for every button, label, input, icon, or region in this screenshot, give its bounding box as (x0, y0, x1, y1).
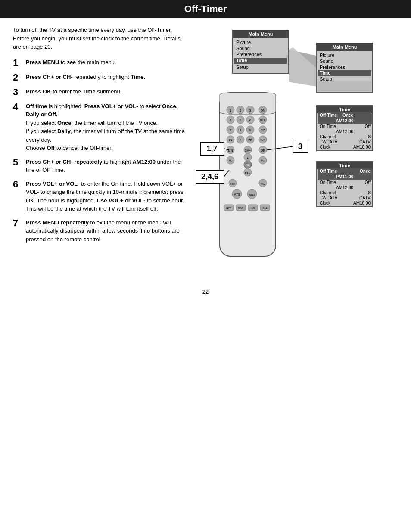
step-6-text: Press VOL+ or VOL- to enter the On time.… (26, 180, 185, 213)
t2-clock-label: Clock (320, 201, 331, 205)
t1-channel-val: 8 (368, 134, 371, 139)
btn-caps[interactable]: CAP (238, 207, 243, 209)
step-4-text: Off time is highlighted. Press VOL+ or V… (26, 102, 185, 152)
t1-channel-label: Channel (320, 134, 336, 139)
btn-onoff[interactable]: ON (261, 109, 265, 112)
step-2: 2 Press CH+ or CH- repeatedly to highlig… (13, 73, 185, 82)
step-label-1-7: 1,7 (206, 144, 217, 153)
t2-channel-val: 8 (368, 190, 371, 195)
step-4: 4 Off time is highlighted. Press VOL+ or… (13, 102, 185, 152)
btn-mts[interactable]: MTS (234, 193, 240, 196)
step-1: 1 Press MENU to see the main menu. (13, 58, 185, 68)
time-menu-2-title: Time (339, 163, 350, 168)
step-7-number: 7 (13, 218, 22, 228)
step-3: 3 Press OK to enter the Time submenu. (13, 87, 185, 97)
diagram-svg: Main Menu Picture Sound Preferences Time… (194, 26, 375, 276)
mm1-sound: Sound (236, 46, 250, 51)
title-bar: Off-Timer (0, 0, 411, 18)
t2-ontime-label: On Time (320, 180, 336, 185)
btn-input[interactable]: IN (229, 139, 232, 142)
step-7-text: Press MENU repeatedly to exit the menu o… (26, 218, 185, 244)
page-title: Off-Timer (184, 3, 227, 14)
btn-2[interactable]: 2 (240, 109, 242, 112)
main-menu-1-title: Main Menu (249, 31, 273, 37)
t2-channel-label: Channel (320, 190, 336, 195)
left-column: To turn off the TV at a specific time ev… (13, 26, 185, 276)
btn-up[interactable]: ▲ (246, 156, 249, 159)
btn-0[interactable]: 0 (240, 138, 242, 142)
mm1-preferences: Preferences (236, 52, 262, 57)
t1-clock-label: Clock (320, 145, 331, 149)
t1-tvcatv-label: TV/CATV (320, 140, 338, 144)
btn-volup-right[interactable]: V+ (261, 159, 265, 162)
btn-9[interactable]: 9 (249, 128, 252, 132)
main-menu-2-title: Main Menu (333, 44, 357, 50)
t2-offtime-label: Off Time (320, 169, 337, 174)
btn-7[interactable]: 7 (230, 128, 232, 132)
btn-voldown-left[interactable]: V- (229, 159, 232, 162)
btn-4[interactable]: 4 (230, 118, 232, 122)
mm1-time: Time (236, 58, 247, 63)
btn-preset[interactable]: PR (248, 139, 252, 142)
step-5: 5 Press CH+ or CH- repeatedly to highlig… (13, 158, 185, 174)
mm2-time: Time (320, 70, 330, 75)
btn-fav[interactable]: FAV (261, 183, 265, 185)
btn-insert[interactable]: INS (251, 207, 255, 209)
btn-ok[interactable]: OK (261, 149, 265, 152)
btn-chup[interactable]: CH+ (245, 149, 251, 152)
step-5-number: 5 (13, 158, 22, 167)
t1-offtime-time: AM12:00 (336, 118, 354, 123)
step-label-3: 3 (298, 142, 302, 151)
step-6: 6 Press VOL+ or VOL- to enter the On tim… (13, 180, 185, 213)
time-menu-1-title: Time (339, 107, 350, 112)
step-2-number: 2 (13, 73, 22, 82)
btn-sleep[interactable]: SLP (260, 119, 266, 122)
intro-text: To turn off the TV at a specific time ev… (13, 26, 185, 51)
t2-offtime-val: Once (360, 169, 371, 174)
t1-ontime-val: Off (365, 124, 371, 129)
t2-clock-val: AM10:00 (353, 201, 371, 205)
t1-offtime-val: Once (342, 113, 353, 118)
mm2-picture: Picture (320, 53, 334, 58)
step-3-number: 3 (13, 87, 22, 97)
mm2-preferences: Preferences (320, 65, 346, 70)
btn-cc[interactable]: CC (261, 129, 265, 132)
btn-5[interactable]: 5 (240, 118, 242, 122)
mm1-setup: Setup (236, 65, 249, 70)
svg-rect-8 (318, 81, 371, 91)
t1-tvcatv-val: CATV (359, 140, 371, 144)
btn-calendar[interactable]: CAL (262, 207, 268, 209)
mm2-sound: Sound (320, 59, 333, 64)
t2-tvcatv-val: CATV (359, 196, 371, 200)
btn-notepad[interactable]: NTP (226, 207, 231, 209)
step-3-text: Press OK to enter the Time submenu. (26, 87, 121, 96)
step-6-number: 6 (13, 180, 22, 189)
step-5-text: Press CH+ or CH- repeatedly to highlight… (26, 158, 185, 174)
btn-sound[interactable]: SND (249, 193, 255, 196)
step-2-text: Press CH+ or CH- repeatedly to highlight… (26, 73, 145, 81)
btn-ok2[interactable]: OK (246, 164, 250, 167)
right-column: Main Menu Picture Sound Preferences Time… (194, 26, 398, 276)
btn-chdown[interactable]: CH- (245, 171, 251, 174)
t2-offtime-time: PM11:00 (336, 174, 354, 179)
step-1-number: 1 (13, 58, 22, 68)
step-4-number: 4 (13, 102, 22, 112)
t2-ontime-val: Off (365, 180, 371, 185)
btn-6[interactable]: 6 (249, 118, 252, 122)
t1-ontime-label: On Time (320, 124, 336, 129)
btn-1[interactable]: 1 (230, 109, 232, 112)
t1-ontime-time: AM12:00 (336, 129, 353, 134)
btn-goback[interactable]: BCK (230, 183, 235, 185)
page-number: 22 (0, 289, 411, 295)
mm1-picture: Picture (236, 40, 251, 45)
step-7: 7 Press MENU repeatedly to exit the menu… (13, 218, 185, 244)
t1-offtime-label: Off Time (320, 113, 337, 118)
btn-3[interactable]: 3 (249, 109, 252, 112)
t2-tvcatv-label: TV/CATV (320, 196, 338, 200)
diagram: Main Menu Picture Sound Preferences Time… (194, 26, 375, 276)
step-1-text: Press MENU to see the main menu. (26, 58, 116, 67)
steps-list: 1 Press MENU to see the main menu. 2 Pre… (13, 58, 185, 244)
btn-8[interactable]: 8 (240, 128, 242, 132)
t1-clock-val: AM10:00 (353, 145, 371, 149)
btn-info[interactable]: INF (260, 139, 265, 142)
